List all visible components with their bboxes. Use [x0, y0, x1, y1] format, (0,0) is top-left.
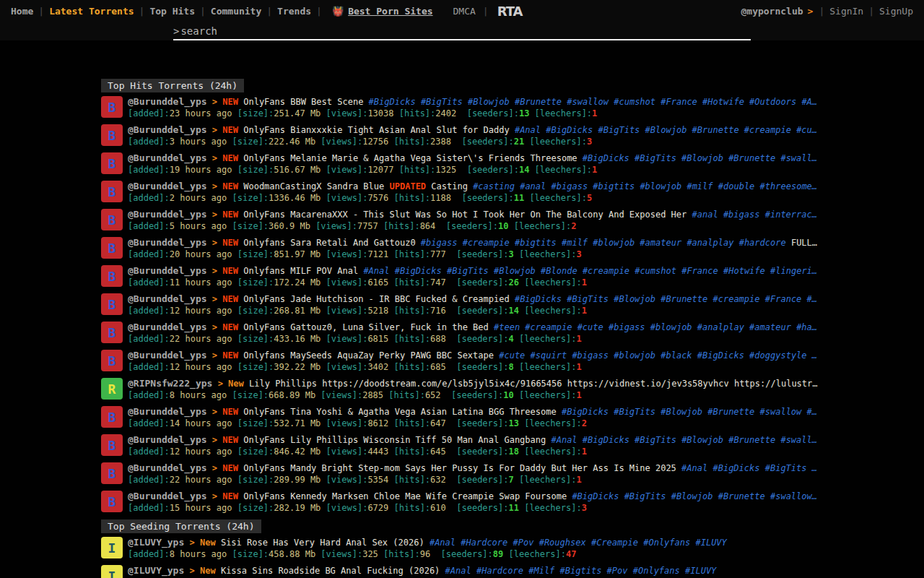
tag-link[interactable]: #hardcore	[739, 238, 786, 248]
tag-link[interactable]: #BigTits	[447, 266, 489, 276]
tag-link[interactable]: #Roughsex	[539, 538, 586, 548]
uploader-link[interactable]: @Burunddel_yps	[128, 181, 207, 191]
torrent-title[interactable]: OnlyFans Kennedy Marksen Chloe Mae Wife …	[243, 491, 567, 501]
uploader-link[interactable]: @ILUVY_yps	[128, 565, 184, 576]
tag-link[interactable]: #BigTits	[765, 463, 807, 473]
uploader-link[interactable]: @ILUVY_yps	[128, 537, 184, 548]
torrent-title[interactable]: Onlyfans MaySeeds AquaZay Perky PAWG BBC…	[243, 350, 494, 361]
uploader-avatar[interactable]: B	[101, 152, 123, 174]
tag-link[interactable]: #BigTits	[614, 407, 655, 417]
tag-link[interactable]: #blowjob	[614, 350, 655, 361]
tag-link[interactable]: #Brunette	[661, 294, 707, 304]
tag-link[interactable]: #blowjob	[650, 322, 692, 332]
tag-link[interactable]: #Brunette	[728, 435, 775, 445]
tag-link[interactable]: #creampie	[463, 238, 510, 248]
uploader-avatar[interactable]: B	[101, 265, 123, 287]
tag-link[interactable]: #cumshot	[614, 97, 655, 107]
tag-link[interactable]: #Bigtits	[560, 566, 602, 576]
nav-item-trends[interactable]: Trends	[277, 6, 311, 17]
tag-link[interactable]: #bigass	[572, 350, 609, 361]
tag-link[interactable]: #BigTits	[598, 125, 640, 135]
tag-link[interactable]: #creampie	[525, 322, 572, 332]
search-input[interactable]	[179, 25, 751, 38]
tag-link[interactable]: #BigTits	[635, 435, 676, 445]
tag-link[interactable]: #Brunette	[718, 491, 765, 501]
tag-link[interactable]: #Hardcore	[476, 566, 523, 576]
tag-link[interactable]: #BigDicks	[562, 407, 609, 417]
tag-link[interactable]: #BigDicks	[583, 435, 629, 445]
tag-link[interactable]: #cute	[499, 350, 525, 361]
tag-link[interactable]: #Hardcore	[461, 538, 507, 548]
tag-link[interactable]: #Brunette	[515, 97, 562, 107]
tag-link[interactable]: #interrac…	[765, 210, 817, 220]
uploader-link[interactable]: @Burunddel_yps	[128, 462, 207, 473]
tag-link[interactable]: #cu…	[796, 125, 817, 135]
uploader-link[interactable]: @Burunddel_yps	[128, 265, 207, 276]
tag-link[interactable]: #bigass	[552, 181, 588, 191]
tag-link[interactable]: #analplay	[697, 322, 744, 332]
tag-link[interactable]: #bigass	[609, 322, 645, 332]
uploader-avatar[interactable]: B	[101, 237, 123, 259]
tag-link[interactable]: #ILUVY	[695, 538, 726, 548]
tag-link[interactable]: #Blowjob	[494, 266, 536, 276]
tag-link[interactable]: #BigDicks	[369, 97, 416, 107]
tag-link[interactable]: #Blowjob	[645, 125, 687, 135]
torrent-title[interactable]: OnlyFans Tina Yoshi & Agatha Vega Asian …	[243, 407, 556, 417]
uploader-link[interactable]: @Burunddel_yps	[128, 350, 207, 361]
uploader-link[interactable]: @Burunddel_yps	[128, 322, 207, 332]
nav-item-home[interactable]: Home	[11, 6, 33, 17]
torrent-title[interactable]: OnlyFans Melanie Marie & Agatha Vega Sis…	[243, 153, 577, 163]
tag-link[interactable]: #ILUVY	[685, 566, 716, 576]
uploader-avatar[interactable]: B	[101, 406, 123, 428]
tag-link[interactable]: #BigTits	[624, 491, 666, 501]
tag-link[interactable]: #France	[661, 97, 697, 107]
tag-link[interactable]: #amateur	[749, 322, 791, 332]
tag-link[interactable]: #Blowjob	[614, 294, 655, 304]
tag-link[interactable]: #creampie	[744, 125, 791, 135]
tag-link[interactable]: #blowjob	[640, 181, 681, 191]
tag-link[interactable]: #anal	[692, 210, 718, 220]
nav-item-latest-torrents[interactable]: Latest Torrents	[49, 6, 134, 17]
tag-link[interactable]: …	[812, 463, 817, 473]
tag-link[interactable]: #Creampie	[591, 538, 638, 548]
tag-link[interactable]: #Hotwife	[723, 266, 765, 276]
tag-link[interactable]: #Outdoors	[749, 97, 796, 107]
tag-link[interactable]: #Anal	[515, 125, 541, 135]
tag-link[interactable]: #cute	[578, 322, 603, 332]
torrent-title[interactable]: OnlyFans Jade Hutchison - IR BBC Fucked …	[243, 294, 509, 304]
tag-link[interactable]: #BigDicks	[546, 125, 593, 135]
tag-link[interactable]: #Anal	[445, 566, 471, 576]
tag-link[interactable]: #creampie	[713, 294, 760, 304]
torrent-title[interactable]: OnlyFans Bianxxxkie Tight Asian Anal Slu…	[243, 125, 509, 135]
torrent-title[interactable]: OnlyFans BBW Best Scene	[243, 97, 363, 107]
tag-link[interactable]: #Blowjob	[468, 97, 510, 107]
tag-link[interactable]: #Anal	[430, 538, 456, 548]
tag-link[interactable]: #swallow	[760, 407, 802, 417]
tag-link[interactable]: #Blowjob	[671, 491, 713, 501]
uploader-avatar[interactable]: I	[101, 565, 123, 578]
uploader-avatar[interactable]: B	[101, 434, 123, 456]
uploader-link[interactable]: @Burunddel_yps	[128, 96, 207, 107]
uploader-link[interactable]: @Burunddel_yps	[128, 152, 207, 163]
uploader-avatar[interactable]: B	[101, 293, 123, 315]
account-label[interactable]: @mypornclub	[741, 6, 803, 17]
tag-link[interactable]: #doggystyle	[749, 350, 806, 361]
tag-link[interactable]: #casting	[473, 181, 515, 191]
signin-link[interactable]: SignIn	[829, 6, 863, 17]
tag-link[interactable]: #swall…	[780, 153, 817, 163]
tag-link[interactable]: #BigDicks	[712, 463, 759, 473]
tag-link[interactable]: #France	[765, 294, 802, 304]
tag-link[interactable]: #milf	[562, 238, 588, 248]
tag-link[interactable]: #black	[661, 350, 692, 361]
tag-link[interactable]: #bigass	[421, 238, 458, 248]
tag-link[interactable]: #ha…	[796, 322, 817, 332]
tag-link[interactable]: #Brunette	[728, 153, 775, 163]
tag-link[interactable]: #…	[807, 294, 817, 304]
tag-link[interactable]: #BigDicks	[572, 491, 619, 501]
tag-link[interactable]: #bigtits	[515, 238, 557, 248]
uploader-avatar[interactable]: I	[101, 537, 123, 558]
tag-link[interactable]: #BigTits	[421, 97, 463, 107]
tag-link[interactable]: #France	[681, 266, 718, 276]
signup-link[interactable]: SignUp	[879, 6, 913, 17]
torrent-title[interactable]: OnlyFans Lily Phillips Wisconsin Tiff 50…	[243, 435, 546, 445]
